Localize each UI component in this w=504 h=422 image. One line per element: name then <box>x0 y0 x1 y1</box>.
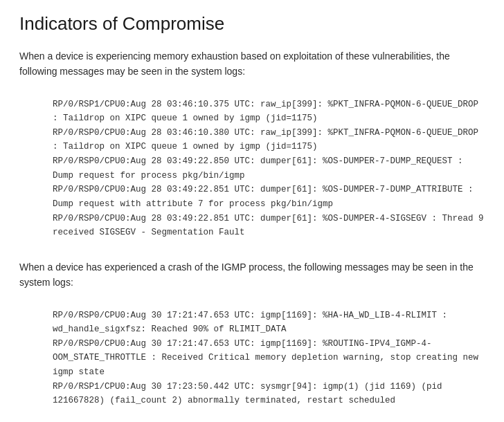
intro-text-2: When a device has experienced a crash of… <box>19 259 485 291</box>
code-block-1: RP/0/RSP1/CPU0:Aug 28 03:46:10.375 UTC: … <box>19 91 485 247</box>
page-title: Indicators of Compromise <box>19 12 485 36</box>
code-block-2: RP/0/RSP0/CPU0:Aug 30 17:21:47.653 UTC: … <box>19 302 485 415</box>
intro-text-1: When a device is experiencing memory exh… <box>19 48 485 80</box>
